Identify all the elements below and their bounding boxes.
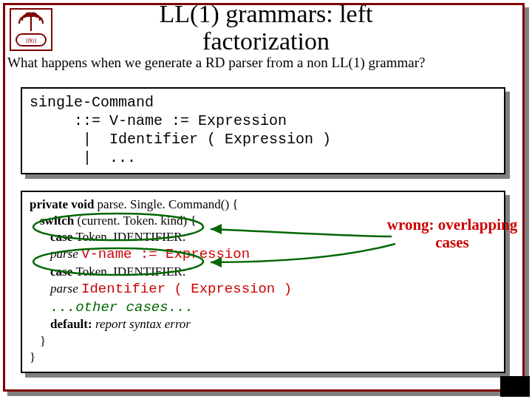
corner-block [500,376,530,397]
callout-line-2: cases [435,233,469,251]
code-l10: } [30,350,35,364]
code-l5b: Token. IDENTIFIER: [75,265,185,279]
code-l4b: V-name := Expression [81,246,250,262]
kw-switch: switch [40,214,78,228]
code-l3b: Token. IDENTIFIER: [75,230,185,244]
kw-private-void: private void [30,197,98,211]
code-l6b: Identifier ( Expression ) [81,281,292,297]
kw-default: default: [50,317,95,331]
title-line-2: factorization [202,27,330,55]
grammar-box: single-Command ::= V-name := Expression … [21,87,505,174]
kw-case-2: case [50,265,75,279]
grammar-line-1: single-Command [30,94,154,111]
callout-line-1: wrong: overlapping [387,216,517,233]
code-l6a: parse [50,282,81,296]
code-l7: ...other cases... [50,299,194,316]
grammar-line-3: | Identifier ( Expression ) [30,131,331,148]
code-l1b: parse. Single. Command() { [98,197,239,211]
title-line-1: LL(1) grammars: left [160,0,373,27]
code-l2b: (current. Token. kind) { [78,214,197,228]
grammar-line-2: ::= V-name := Expression [30,112,287,129]
kw-case-1: case [50,230,75,244]
callout-wrong-overlapping: wrong: overlapping cases [386,216,519,251]
slide-subtitle: What happens when we generate a RD parse… [7,55,532,71]
code-l4a: parse [50,247,81,261]
slide-title: LL(1) grammars: left factorization [0,0,532,55]
code-l9: } [40,334,46,348]
grammar-line-4: | ... [30,149,136,166]
code-l8b: report syntax error [95,317,191,331]
